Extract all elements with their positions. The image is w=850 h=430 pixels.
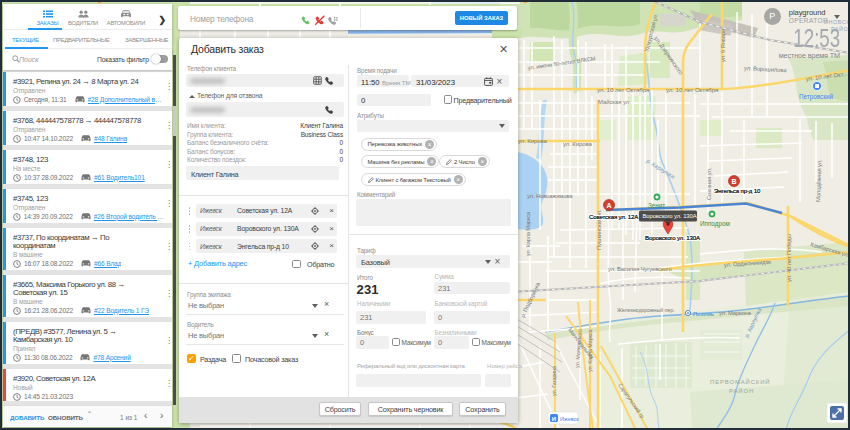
svg-text:ул. 40 лет Победы: ул. 40 лет Победы bbox=[786, 234, 792, 282]
svg-text:A: A bbox=[607, 202, 612, 209]
svg-text:Петровский: Петровский bbox=[799, 93, 833, 101]
svg-text:ул. 10 лет Октября: ул. 10 лет Октября bbox=[666, 86, 718, 93]
svg-text:ул. Карла Маркса: ул. Карла Маркса bbox=[525, 211, 531, 256]
svg-text:ул. Карла Маркса: ул. Карла Маркса bbox=[587, 330, 593, 372]
svg-text:Ижевск: Ижевск bbox=[560, 416, 579, 422]
svg-text:Советская ул. 12А: Советская ул. 12А bbox=[589, 213, 639, 220]
svg-text:ул. Кирова: ул. Кирова bbox=[518, 138, 547, 144]
svg-text:ПЕРВОМАЙСКИЙ: ПЕРВОМАЙСКИЙ bbox=[710, 378, 770, 385]
svg-text:ул. Гагарина: ул. Гагарина bbox=[551, 366, 557, 396]
svg-text:ул. Кирова: ул. Кирова bbox=[563, 141, 592, 147]
svg-text:ул. Василия Чугуевского: ул. Василия Чугуевского bbox=[608, 266, 672, 272]
svg-text:Воровского ул. 130А: Воровского ул. 130А bbox=[643, 213, 697, 219]
svg-text:РАЙОН: РАЙОН bbox=[729, 387, 754, 394]
svg-text:Союзная ул.: Союзная ул. bbox=[706, 167, 712, 200]
svg-text:Ипподром: Ипподром bbox=[700, 220, 730, 228]
svg-text:Зенит: Зенит bbox=[648, 202, 665, 209]
svg-text:ул. 9 Января: ул. 9 Января bbox=[720, 29, 726, 62]
svg-text:ул. 10 лет Октября: ул. 10 лет Октября bbox=[597, 86, 649, 93]
svg-text:B: B bbox=[731, 178, 736, 185]
svg-text:Железнодорожный пер.: Железнодорожный пер. bbox=[617, 307, 675, 313]
svg-text:ул. Маркина: ул. Маркина bbox=[719, 310, 752, 316]
svg-text:ул. Новоажимова: ул. Новоажимова bbox=[527, 193, 573, 199]
svg-text:Майская ул.: Майская ул. bbox=[598, 99, 631, 105]
svg-text:Позимь: Позимь bbox=[693, 311, 714, 317]
svg-text:Воровского ул. 130А: Воровского ул. 130А bbox=[645, 234, 701, 241]
svg-text:Энгельса пр-д 10: Энгельса пр-д 10 bbox=[714, 187, 761, 194]
svg-text:И: И bbox=[552, 416, 556, 422]
